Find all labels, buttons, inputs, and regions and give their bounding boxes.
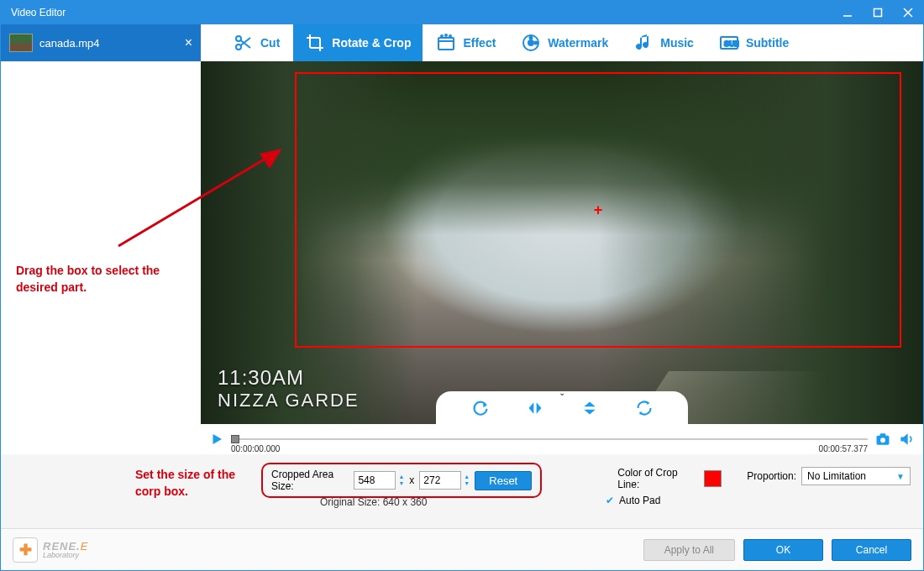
dock-collapse-icon[interactable]: ⌄: [559, 388, 565, 397]
svg-rect-8: [438, 38, 454, 50]
music-icon: [633, 33, 654, 53]
svg-point-5: [236, 45, 241, 50]
crop-center-icon: +: [594, 202, 603, 219]
settings-row: Set the size of the corp box. Cropped Ar…: [1, 454, 923, 513]
bottom-bar: ✚ RENE.E Laboratory Apply to All OK Canc…: [1, 528, 923, 570]
svg-point-15: [535, 42, 538, 45]
tab-effect[interactable]: Effect: [424, 24, 507, 61]
sidebar: Drag the box to select the desired part.: [1, 61, 201, 454]
refresh-button[interactable]: [633, 396, 656, 420]
timeline: 00:00:00.000 00:00:57.377: [201, 424, 923, 454]
apply-to-all-button[interactable]: Apply to All: [643, 539, 735, 561]
crop-icon: [305, 33, 325, 53]
svg-text:SUB: SUB: [724, 39, 739, 48]
proportion-value: No Limitation: [807, 470, 866, 482]
brand-logo: ✚ RENE.E Laboratory: [13, 537, 87, 563]
rotate-cw-button[interactable]: [469, 396, 492, 420]
tab-label: Effect: [463, 36, 496, 50]
video-preview[interactable]: 11:30AM NIZZA GARDE + ⌄: [201, 61, 923, 424]
color-label: Color of Crop Line:: [617, 467, 699, 490]
flip-horizontal-button[interactable]: [523, 396, 547, 420]
tab-label: Rotate & Crop: [332, 36, 411, 50]
file-tab-close-icon[interactable]: ×: [185, 35, 192, 50]
width-spinner[interactable]: ▲▼: [398, 474, 404, 487]
close-button[interactable]: [893, 1, 923, 24]
proportion-label: Proportion:: [747, 470, 796, 482]
volume-button[interactable]: [898, 431, 915, 448]
svg-point-21: [880, 437, 885, 443]
file-name: canada.mp4: [39, 37, 100, 50]
time-start: 00:00:00.000: [231, 444, 280, 453]
file-tab[interactable]: canada.mp4 ×: [1, 24, 201, 61]
svg-rect-22: [880, 433, 886, 436]
tab-rotate-crop[interactable]: Rotate & Crop: [293, 24, 423, 61]
auto-pad-checkbox[interactable]: ✔ Auto Pad: [606, 495, 660, 506]
minimize-button[interactable]: [832, 1, 863, 24]
effect-icon: [436, 33, 456, 53]
svg-point-10: [445, 34, 447, 36]
ok-button[interactable]: OK: [743, 539, 823, 561]
tab-watermark[interactable]: Watermark: [509, 24, 620, 61]
crop-height-input[interactable]: [419, 471, 461, 490]
auto-pad-label: Auto Pad: [619, 495, 660, 506]
maximize-button[interactable]: [863, 1, 893, 24]
crop-line-color-swatch[interactable]: [704, 470, 722, 487]
tab-music[interactable]: Music: [622, 24, 706, 61]
file-thumbnail: [9, 34, 33, 52]
cropped-area-label: Cropped Area Size:: [271, 469, 349, 492]
time-end: 00:00:57.377: [819, 444, 868, 453]
timeline-knob[interactable]: [231, 435, 239, 443]
svg-point-11: [449, 35, 451, 37]
tab-label: Subtitle: [746, 36, 789, 50]
crop-rectangle[interactable]: +: [295, 72, 901, 348]
svg-point-13: [528, 40, 533, 45]
rotate-flip-dock: ⌄: [436, 391, 688, 424]
height-spinner[interactable]: ▲▼: [464, 474, 470, 487]
x-separator: x: [409, 474, 414, 486]
window-title: Video Editor: [11, 7, 66, 18]
tab-subtitle[interactable]: SUB Subtitle: [707, 24, 801, 61]
preview-panel: 11:30AM NIZZA GARDE + ⌄ 00:00:00.000 00:…: [201, 61, 923, 454]
annotation-drag-box: Drag the box to select the desired part.: [16, 263, 184, 296]
watermark-icon: [521, 33, 541, 53]
original-size-label: Original Size: 640 x 360: [320, 496, 427, 508]
subtitle-icon: SUB: [719, 33, 739, 53]
cancel-button[interactable]: Cancel: [832, 539, 911, 561]
reset-button[interactable]: Reset: [475, 471, 532, 490]
chevron-down-icon: ▼: [896, 472, 905, 481]
snapshot-button[interactable]: [874, 431, 891, 448]
tab-label: Cut: [260, 36, 280, 50]
svg-point-14: [530, 37, 533, 39]
checkmark-icon: ✔: [606, 495, 614, 506]
crop-width-input[interactable]: [354, 471, 396, 490]
play-button[interactable]: [209, 432, 224, 447]
proportion-select[interactable]: No Limitation ▼: [801, 467, 911, 485]
tab-label: Watermark: [548, 36, 608, 50]
crop-size-group: Cropped Area Size: ▲▼ x ▲▼ Reset: [261, 463, 542, 498]
titlebar: Video Editor: [1, 1, 923, 24]
logo-icon: ✚: [13, 537, 38, 563]
video-watermark-text: 11:30AM NIZZA GARDE: [218, 366, 360, 411]
annotation-set-size: Set the size of the corp box.: [135, 467, 253, 500]
timeline-track[interactable]: 00:00:00.000 00:00:57.377: [231, 432, 868, 446]
flip-vertical-button[interactable]: [578, 396, 601, 420]
svg-rect-1: [874, 9, 882, 17]
tabsbar: canada.mp4 × Cut Rotate & Crop Effect Wa…: [1, 24, 923, 61]
svg-point-4: [236, 36, 241, 41]
tab-cut[interactable]: Cut: [222, 24, 291, 61]
svg-point-9: [441, 35, 443, 37]
tab-label: Music: [660, 36, 694, 50]
scissors-icon: [234, 33, 254, 53]
